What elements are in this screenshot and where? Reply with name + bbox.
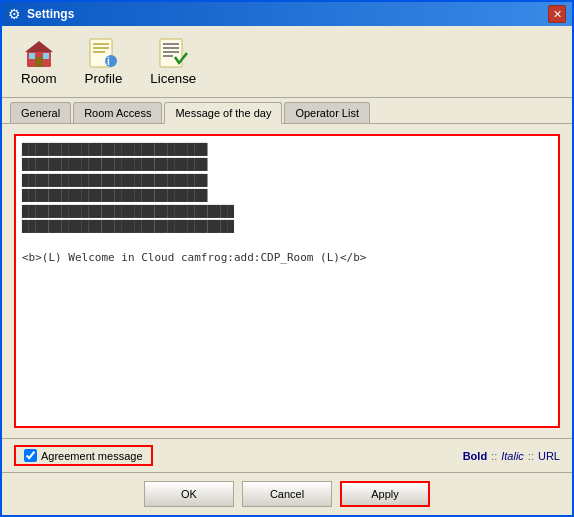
settings-window: ⚙ Settings ✕ Room i bbox=[0, 0, 574, 517]
tab-room-access[interactable]: Room Access bbox=[73, 102, 162, 123]
dialog-buttons: OK Cancel Apply bbox=[2, 472, 572, 515]
tab-general[interactable]: General bbox=[10, 102, 71, 123]
agreement-checkbox[interactable] bbox=[24, 449, 37, 462]
profile-icon: i bbox=[87, 37, 119, 69]
svg-marker-1 bbox=[25, 41, 53, 52]
close-button[interactable]: ✕ bbox=[548, 5, 566, 23]
toolbar-room-button[interactable]: Room bbox=[12, 32, 66, 91]
svg-rect-2 bbox=[35, 57, 43, 67]
svg-rect-7 bbox=[93, 47, 109, 49]
title-bar-text: Settings bbox=[27, 7, 542, 21]
license-icon bbox=[157, 37, 189, 69]
toolbar: Room i Profile Licens bbox=[2, 26, 572, 98]
tabs-bar: General Room Access Message of the day O… bbox=[2, 98, 572, 124]
cancel-button[interactable]: Cancel bbox=[242, 481, 332, 507]
toolbar-profile-label: Profile bbox=[85, 71, 123, 86]
message-textarea[interactable] bbox=[14, 134, 560, 428]
svg-rect-14 bbox=[163, 51, 179, 53]
tab-motd[interactable]: Message of the day bbox=[164, 102, 282, 124]
sep1: :: bbox=[491, 450, 497, 462]
bold-button[interactable]: Bold bbox=[463, 450, 487, 462]
svg-rect-6 bbox=[93, 43, 109, 45]
svg-rect-3 bbox=[29, 53, 35, 59]
toolbar-room-label: Room bbox=[21, 71, 57, 86]
svg-rect-15 bbox=[163, 55, 173, 57]
title-bar: ⚙ Settings ✕ bbox=[2, 2, 572, 26]
svg-rect-13 bbox=[163, 47, 179, 49]
apply-button[interactable]: Apply bbox=[340, 481, 430, 507]
svg-rect-8 bbox=[93, 51, 105, 53]
svg-rect-4 bbox=[43, 53, 49, 59]
room-icon bbox=[23, 37, 55, 69]
url-button[interactable]: URL bbox=[538, 450, 560, 462]
bottom-controls: Agreement message Bold :: Italic :: URL bbox=[2, 438, 572, 472]
content-area bbox=[2, 124, 572, 438]
italic-button[interactable]: Italic bbox=[501, 450, 524, 462]
formatting-tools: Bold :: Italic :: URL bbox=[463, 450, 560, 462]
toolbar-license-label: License bbox=[150, 71, 196, 86]
title-bar-icon: ⚙ bbox=[8, 6, 21, 22]
agreement-area: Agreement message bbox=[14, 445, 153, 466]
toolbar-license-button[interactable]: License bbox=[141, 32, 205, 91]
agreement-label: Agreement message bbox=[41, 450, 143, 462]
svg-rect-12 bbox=[163, 43, 179, 45]
tab-operator-list[interactable]: Operator List bbox=[284, 102, 370, 123]
svg-text:i: i bbox=[107, 56, 110, 67]
ok-button[interactable]: OK bbox=[144, 481, 234, 507]
toolbar-profile-button[interactable]: i Profile bbox=[76, 32, 132, 91]
sep2: :: bbox=[528, 450, 534, 462]
